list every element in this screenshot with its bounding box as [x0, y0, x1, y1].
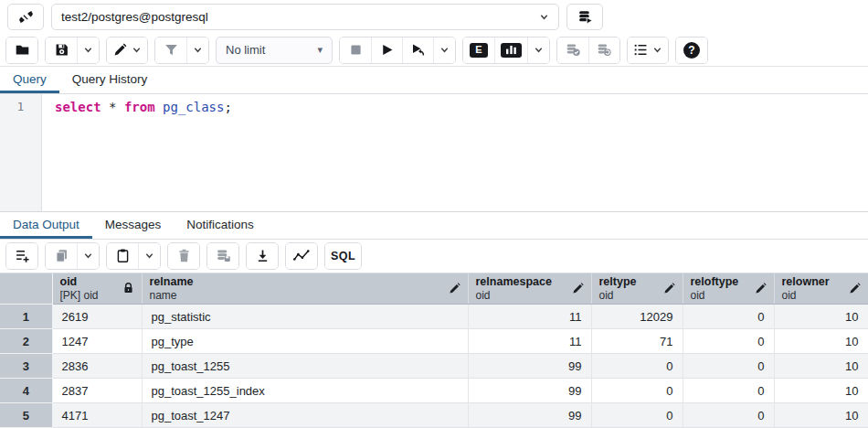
- connection-select[interactable]: test2/postgres@postgresql: [51, 4, 559, 30]
- paste-menu-button[interactable]: [138, 243, 160, 269]
- column-header-reloftype[interactable]: reloftypeoid: [683, 273, 774, 305]
- cell-reltype[interactable]: 0: [591, 379, 683, 403]
- save-file-button[interactable]: [46, 37, 77, 63]
- cell-reloftype[interactable]: 0: [683, 379, 774, 403]
- sql-token-plain: [101, 100, 109, 114]
- delete-row-button[interactable]: [168, 243, 199, 269]
- column-type: oid: [782, 289, 830, 302]
- execute-button[interactable]: [371, 37, 402, 63]
- execute-options-icon: [410, 42, 426, 58]
- cell-relowner[interactable]: 10: [774, 329, 868, 354]
- tab-query[interactable]: Query: [0, 67, 59, 93]
- cell-relnamespace[interactable]: 11: [468, 305, 591, 329]
- row-number-cell[interactable]: 4: [0, 379, 52, 403]
- row-number-cell[interactable]: 2: [0, 329, 52, 354]
- row-number-cell[interactable]: 3: [0, 354, 52, 379]
- view-sql-button[interactable]: SQL: [325, 243, 361, 269]
- query-toolbar: No limit ▾: [0, 34, 868, 67]
- cell-reltype[interactable]: 0: [591, 354, 683, 379]
- sql-token-keyword: from: [124, 100, 155, 114]
- cell-oid[interactable]: 2619: [52, 305, 142, 329]
- row-number-cell[interactable]: 1: [0, 305, 52, 329]
- copy-button[interactable]: [46, 243, 77, 269]
- pencil-icon[interactable]: [572, 283, 584, 294]
- connection-status-button[interactable]: [7, 4, 44, 30]
- cell-relnamespace[interactable]: 99: [468, 379, 591, 403]
- cell-reloftype[interactable]: 0: [683, 354, 774, 379]
- cell-oid[interactable]: 1247: [52, 329, 142, 354]
- tab-notifications[interactable]: Notifications: [174, 212, 267, 239]
- save-data-changes-button[interactable]: [207, 243, 238, 269]
- filter-menu-button[interactable]: [186, 37, 208, 63]
- execute-from-cursor-button[interactable]: [402, 37, 433, 63]
- help-button[interactable]: ?: [676, 37, 707, 63]
- cell-oid[interactable]: 2836: [52, 354, 142, 379]
- row-limit-select[interactable]: No limit ▾: [216, 37, 333, 64]
- cell-reltype[interactable]: 12029: [591, 305, 683, 329]
- cell-relowner[interactable]: 10: [774, 379, 868, 403]
- table-row: 42837pg_toast_1255_index990010: [0, 379, 868, 403]
- execute-menu-button[interactable]: [433, 37, 455, 63]
- add-row-icon: [15, 248, 30, 263]
- cell-reltype[interactable]: 0: [591, 403, 683, 428]
- rollback-icon: [597, 42, 612, 58]
- cell-oid[interactable]: 4171: [52, 403, 142, 428]
- cell-oid[interactable]: 2837: [52, 379, 142, 403]
- column-header-relowner[interactable]: relowneroid: [774, 273, 868, 305]
- column-name: reltype: [599, 275, 637, 289]
- cell-relowner[interactable]: 10: [774, 305, 868, 329]
- pencil-icon[interactable]: [449, 283, 460, 294]
- cell-reloftype[interactable]: 0: [683, 305, 774, 329]
- pencil-icon[interactable]: [755, 283, 767, 294]
- column-header-reltype[interactable]: reltypeoid: [591, 273, 683, 305]
- save-file-menu-button[interactable]: [77, 37, 99, 63]
- explain-menu-button[interactable]: [527, 37, 549, 63]
- new-connection-button[interactable]: [566, 4, 603, 30]
- filter-button[interactable]: [155, 37, 186, 63]
- grid-corner-cell[interactable]: [0, 273, 52, 305]
- cell-relowner[interactable]: 10: [774, 403, 868, 428]
- tab-data-output[interactable]: Data Output: [0, 212, 92, 239]
- cell-relnamespace[interactable]: 11: [468, 329, 591, 354]
- row-number-cell[interactable]: 5: [0, 403, 52, 428]
- explain-analyze-button[interactable]: [494, 37, 527, 63]
- paste-button[interactable]: [107, 243, 138, 269]
- cell-reloftype[interactable]: 0: [683, 329, 774, 354]
- editor-code-area[interactable]: select * from pg_class;: [42, 94, 868, 211]
- column-header-oid[interactable]: oid[PK] oid: [52, 273, 142, 305]
- copy-menu-button[interactable]: [77, 243, 99, 269]
- download-results-button[interactable]: [247, 243, 278, 269]
- add-row-button[interactable]: [6, 243, 37, 269]
- open-file-button[interactable]: [6, 37, 37, 63]
- tab-messages[interactable]: Messages: [92, 212, 175, 239]
- cell-reltype[interactable]: 71: [591, 329, 683, 354]
- cell-relname[interactable]: pg_toast_1255: [142, 354, 468, 379]
- column-name: relowner: [782, 275, 830, 289]
- editor-tabbar: Query Query History: [0, 67, 868, 94]
- edit-menu-button[interactable]: [107, 37, 147, 63]
- cell-relname[interactable]: pg_statistic: [142, 305, 468, 329]
- stop-icon: [348, 42, 364, 58]
- commit-button[interactable]: [557, 37, 588, 63]
- editor-gutter: 1: [0, 94, 42, 211]
- column-header-relname[interactable]: relnamename: [142, 273, 468, 305]
- pencil-icon[interactable]: [663, 283, 675, 294]
- cell-reloftype[interactable]: 0: [683, 403, 774, 428]
- rollback-button[interactable]: [588, 37, 619, 63]
- cell-relname[interactable]: pg_toast_1255_index: [142, 379, 468, 403]
- graph-visualiser-button[interactable]: [286, 243, 317, 269]
- sql-editor[interactable]: 1 select * from pg_class;: [0, 94, 868, 211]
- cell-relname[interactable]: pg_toast_1247: [142, 403, 468, 428]
- cell-relowner[interactable]: 10: [774, 354, 868, 379]
- stop-button[interactable]: [340, 37, 371, 63]
- column-header-relnamespace[interactable]: relnamespaceoid: [468, 273, 591, 305]
- query-tool-window: test2/postgres@postgresql: [0, 0, 868, 428]
- macros-menu-button[interactable]: [628, 37, 668, 63]
- cell-relnamespace[interactable]: 99: [468, 354, 591, 379]
- explain-button[interactable]: E: [463, 37, 494, 63]
- cell-relnamespace[interactable]: 99: [468, 403, 591, 428]
- cell-relname[interactable]: pg_type: [142, 329, 468, 354]
- open-file-icon: [15, 42, 30, 58]
- tab-query-history[interactable]: Query History: [59, 67, 161, 93]
- pencil-icon[interactable]: [849, 283, 861, 294]
